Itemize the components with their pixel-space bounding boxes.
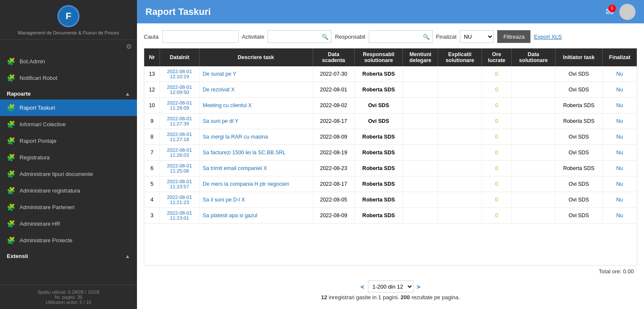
cell-finalizat: Nu [602,129,637,145]
responsabil-label: Responsabil [335,34,365,40]
page-range-select[interactable]: 1-200 din 12 [368,281,413,292]
cell-nr: 7 [144,145,160,161]
th-ore: Orelucrate [482,48,511,66]
table-row[interactable]: 10 2022-08-0111:28:09 Meeting cu clientu… [144,98,637,113]
page-title: Raport Taskuri [145,6,211,17]
filter-row: Cauta Activitate 🔍 Responsabil 🔍 Finaliz… [144,30,637,43]
section-extensii-header[interactable]: Extensii ▲ [0,249,137,262]
table-row[interactable]: 5 2022-08-0111:23:57 De mers la compania… [144,176,637,192]
notifications-button[interactable]: ✉ 6 [606,6,613,17]
cell-mentiuni [403,145,438,161]
cell-nr: 13 [144,66,160,82]
cell-descriere: De mers la compania H ptr negocieri [199,176,313,192]
cell-data-sol [512,161,555,176]
cell-finalizat: Nu [602,66,637,82]
puzzle-icon: 🧩 [7,57,15,65]
sidebar-item-admin-parteneri[interactable]: 🧩 Administrare Parteneri [0,199,137,215]
sidebar-item-label: Raport Taskuri [20,105,55,111]
next-page-button[interactable]: > [417,283,421,290]
sidebar-item-raport-pontaje[interactable]: 🧩 Raport Pontaje [0,133,137,149]
puzzle-icon: 🧩 [7,120,15,128]
cell-ore: 0 [482,208,511,224]
cell-responsabil: Roberta SDS [354,208,402,224]
section-rapoarte-header[interactable]: Rapoarte ▲ [0,86,137,99]
sidebar: F Management de Documente & Fluxuri de P… [0,0,137,309]
cell-finalizat: Nu [602,82,637,98]
export-xls-button[interactable]: Export XLS [534,34,562,40]
cauta-input[interactable] [162,30,239,43]
cell-mentiuni [403,176,438,192]
table-row[interactable]: 6 2022-08-0111:25:08 Sa trimit email com… [144,161,637,176]
table-row[interactable]: 8 2022-08-0111:27:18 Sa mergi la RAR cu … [144,129,637,145]
finalizat-select[interactable]: NU DA Toate [460,30,494,43]
cell-data-sol [512,145,555,161]
cell-nr: 6 [144,161,160,176]
cell-explicatii [438,176,482,192]
sidebar-item-raport-taskuri[interactable]: 🧩 Raport Taskuri [0,99,137,116]
sidebar-item-admin-tipuri-doc[interactable]: 🧩 Administrare tipuri documente [0,166,137,182]
table-row[interactable]: 3 2022-08-0111:23:01 Sa platesti apa si … [144,208,637,224]
cell-data-init: 2022-08-0111:26:03 [160,145,199,161]
footer-pagini: Nr. pagini: 36 [7,295,130,300]
sidebar-item-admin-registratura[interactable]: 🧩 Administrare registratura [0,182,137,199]
cell-nr: 4 [144,192,160,208]
cell-responsabil: Roberta SDS [354,176,402,192]
sidebar-item-notificari-robot[interactable]: 🧩 Notificari Robot [0,70,137,86]
pagination: < 1-200 din 12 > [144,277,637,294]
cell-data-scad: 2022-08-09 [313,208,354,224]
sidebar-item-admin-hr[interactable]: 🧩 Administrare HR [0,215,137,232]
search-icon-2: 🔍 [423,34,430,40]
cell-ore: 0 [482,113,511,129]
table-row[interactable]: 9 2022-08-0111:27:39 Sa suni pe dl Y 202… [144,113,637,129]
sidebar-item-label: Informari Colective [20,121,66,128]
cell-responsabil: Roberta SDS [354,66,402,82]
puzzle-icon: 🧩 [7,74,15,82]
sidebar-item-label: Administrare tipuri documente [20,171,93,177]
cell-data-init: 2022-08-0111:27:39 [160,113,199,129]
cell-ore: 0 [482,145,511,161]
sidebar-footer: Spatiu utilizat: 0.28GB / 10GB Nr. pagin… [0,285,137,309]
th-mentiuni: Mentiunidelegare [403,48,438,66]
puzzle-icon: 🧩 [7,220,15,228]
filtreaza-button[interactable]: Filtreaza [497,30,530,43]
cell-explicatii [438,129,482,145]
cell-mentiuni [403,113,438,129]
cell-mentiuni [403,161,438,176]
cell-data-init: 2022-08-0112:10:19 [160,66,199,82]
prev-page-button[interactable]: < [361,283,365,290]
cell-data-sol [512,208,555,224]
cell-data-scad: 2022-08-02 [313,98,354,113]
cell-initiator: Ovi SDS [555,129,602,145]
cell-responsabil: Roberta SDS [354,129,402,145]
responsabil-input[interactable] [372,34,423,40]
pagination-info: 12 inregistrari gasite in 1 pagini. 200 … [144,294,637,302]
sidebar-item-registratura[interactable]: 🧩 Registratura [0,149,137,166]
topbar-right: ✉ 6 [606,4,635,20]
activitate-input[interactable] [271,34,322,40]
tasks-table-wrapper[interactable]: Nr DataInit Descriere task Datascadenta … [144,48,637,266]
cell-data-init: 2022-08-0111:23:57 [160,176,199,192]
sidebar-item-admin-proiecte[interactable]: 🧩 Administrare Proiecte [0,232,137,249]
sidebar-item-label: Raport Pontaje [20,138,57,144]
cell-mentiuni [403,192,438,208]
cell-data-sol [512,129,555,145]
table-row[interactable]: 4 2022-08-0111:21:23 Sa il suni pe D-l X… [144,192,637,208]
table-row[interactable]: 12 2022-08-0112:09:50 De rezolvat X 2022… [144,82,637,98]
cell-descriere: Sa il suni pe D-l X [199,192,313,208]
cell-mentiuni [403,82,438,98]
sidebar-item-informari-colective[interactable]: 🧩 Informari Colective [0,116,137,133]
cell-data-init: 2022-08-0112:09:50 [160,82,199,98]
puzzle-icon: 🧩 [7,153,15,162]
cell-ore: 0 [482,98,511,113]
sidebar-item-label: Administrare Proiecte [20,237,72,244]
settings-icon[interactable]: ⚙ [126,43,132,51]
total-value: 0.00 [623,268,634,275]
table-row[interactable]: 7 2022-08-0111:26:03 Sa facturezi 1500 l… [144,145,637,161]
table-row[interactable]: 13 2022-08-0112:10:19 De sunat pe Y 2022… [144,66,637,82]
topbar: Raport Taskuri ✉ 6 [137,0,644,23]
sidebar-logo-area: F Management de Documente & Fluxuri de P… [0,0,137,40]
user-avatar[interactable] [619,4,635,20]
puzzle-icon: 🧩 [7,104,15,112]
sidebar-item-bot-admin[interactable]: 🧩 Bot.Admin [0,53,137,70]
cell-finalizat: Nu [602,113,637,129]
